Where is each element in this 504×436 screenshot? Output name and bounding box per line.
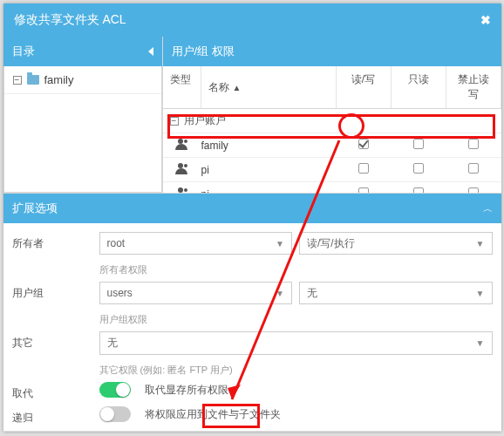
close-icon[interactable]: ✖ — [480, 13, 491, 27]
permissions-panel-header: 用户/组 权限 — [163, 37, 501, 66]
checkbox-rw[interactable] — [358, 163, 369, 174]
owner-select[interactable]: root▼ — [99, 232, 293, 255]
directory-header-label: 目录 — [12, 44, 35, 59]
recursive-label: 递归 — [12, 406, 99, 426]
dialog-footer: 应用 关闭 — [3, 431, 501, 436]
directory-panel-header[interactable]: 目录 — [3, 37, 162, 66]
recursive-toggle[interactable] — [99, 406, 131, 422]
chevron-down-icon: ▼ — [276, 289, 284, 298]
table-row[interactable]: pi — [163, 157, 501, 181]
group-collapse-icon[interactable]: − — [170, 117, 179, 126]
chevron-down-icon: ▼ — [476, 239, 485, 249]
chevron-down-icon: ▼ — [276, 239, 284, 249]
collapse-left-icon[interactable] — [148, 47, 153, 56]
group-label: 用户组 — [12, 282, 99, 301]
group-label: 用户账户 — [184, 113, 226, 128]
checkbox-deny[interactable] — [468, 163, 479, 174]
dialog-title: 修改共享文件夹 ACL — [14, 12, 126, 28]
group-select[interactable]: users▼ — [99, 282, 293, 304]
permissions-header-label: 用户/组 权限 — [172, 44, 235, 59]
replace-toggle[interactable] — [99, 382, 131, 398]
table-row[interactable]: family — [163, 133, 501, 157]
row-name: family — [201, 140, 337, 152]
row-name: pi — [201, 188, 337, 194]
replace-text: 取代显存所有权限 — [145, 383, 228, 398]
checkbox-deny[interactable] — [468, 139, 479, 149]
checkbox-ro[interactable] — [413, 163, 424, 174]
replace-label: 取代 — [12, 382, 99, 401]
checkbox-ro[interactable] — [413, 139, 424, 149]
other-label: 其它 — [12, 331, 99, 351]
col-type[interactable]: 类型 — [163, 66, 201, 108]
tree-item-family[interactable]: − family — [4, 66, 161, 94]
person-icon — [175, 141, 189, 150]
person-icon — [175, 166, 189, 174]
checkbox-rw[interactable] — [358, 187, 369, 193]
chevron-up-icon[interactable]: ︿ — [483, 202, 493, 215]
checkbox-ro[interactable] — [413, 187, 424, 193]
tree-item-label: family — [44, 73, 74, 86]
col-ro[interactable]: 只读 — [392, 66, 446, 108]
tree-collapse-icon[interactable]: − — [13, 76, 22, 85]
dialog-titlebar: 修改共享文件夹 ACL ✖ — [3, 3, 501, 37]
row-type-icon — [163, 166, 201, 174]
row-type-icon — [163, 141, 201, 150]
other-perm-select[interactable]: 无▼ — [99, 331, 493, 355]
checkbox-rw[interactable] — [358, 139, 369, 149]
checkbox-deny[interactable] — [468, 187, 479, 193]
extended-options-header[interactable]: 扩展选项 ︿ — [3, 194, 501, 223]
group-hint: 用户组权限 — [99, 313, 493, 326]
owner-perm-select[interactable]: 读/写/执行▼ — [299, 232, 493, 255]
other-hint: 其它权限 (例如: 匿名 FTP 用户) — [99, 364, 493, 377]
row-type-icon — [163, 190, 201, 194]
col-deny[interactable]: 禁止读写 — [446, 66, 501, 108]
extended-options-label: 扩展选项 — [12, 201, 58, 216]
col-rw[interactable]: 读/写 — [337, 66, 392, 108]
sort-asc-icon: ▲ — [233, 83, 242, 92]
chevron-down-icon: ▼ — [476, 338, 485, 348]
row-name: pi — [201, 164, 337, 176]
recursive-text: 将权限应用到文件与子文件夹 — [145, 407, 281, 422]
table-row[interactable]: pi — [163, 181, 501, 193]
person-icon — [175, 190, 189, 194]
group-row-users[interactable]: − 用户账户 — [163, 109, 501, 133]
col-name[interactable]: 名称▲ — [201, 66, 337, 108]
grid-header: 类型 名称▲ 读/写 只读 禁止读写 — [163, 66, 501, 109]
owner-label: 所有者 — [12, 232, 99, 251]
folder-icon — [27, 75, 39, 85]
group-perm-select[interactable]: 无▼ — [299, 282, 493, 304]
owner-hint: 所有者权限 — [99, 263, 493, 276]
chevron-down-icon: ▼ — [476, 289, 485, 298]
